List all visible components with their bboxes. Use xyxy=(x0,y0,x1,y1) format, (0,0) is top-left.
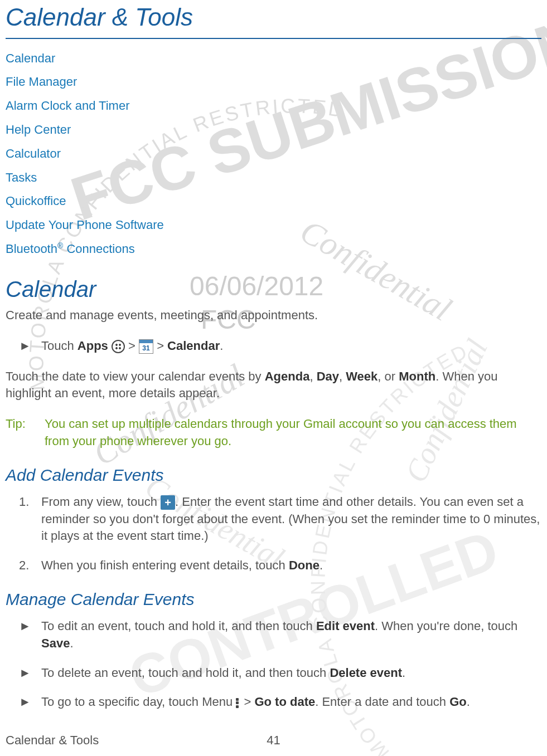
arrow-marker: ► xyxy=(19,338,41,355)
num-1: 1. xyxy=(19,494,41,511)
arrow-marker-m3: ► xyxy=(19,694,41,711)
calendar-description: Create and manage events, meetings, and … xyxy=(6,307,541,324)
toc-link-calendar[interactable]: Calendar xyxy=(6,50,541,67)
toc-link-help-center[interactable]: Help Center xyxy=(6,121,541,139)
delete-event-label: Delete event xyxy=(330,666,402,680)
toc-link-update[interactable]: Update Your Phone Software xyxy=(6,217,541,234)
view-paragraph: Touch the date to view your calendar eve… xyxy=(6,368,541,403)
text-touch: Touch xyxy=(41,339,78,353)
apps-grid-icon xyxy=(112,340,125,353)
bt-sup: ® xyxy=(57,241,63,250)
table-of-contents: Calendar File Manager Alarm Clock and Ti… xyxy=(6,50,541,258)
go-label: Go xyxy=(449,695,467,709)
bt-base: Bluetooth xyxy=(6,242,57,256)
a2-pre: When you finish entering event details, … xyxy=(41,558,289,572)
calendar-icon: 31 xyxy=(139,339,153,354)
m3-pre: To go to a specific day, touch Menu xyxy=(41,695,236,709)
period-3: . xyxy=(70,636,73,650)
m2-pre: To delete an event, touch and hold it, a… xyxy=(41,666,330,680)
a1-pre: From any view, touch xyxy=(41,495,161,509)
manage-step-3: ► To go to a specific day, touch Menu > … xyxy=(6,694,541,711)
vp1: Touch the date to view your calendar eve… xyxy=(6,369,265,383)
m3-mid: . Enter a date and touch xyxy=(315,695,449,709)
save-label: Save xyxy=(41,636,70,650)
toc-link-calculator[interactable]: Calculator xyxy=(6,145,541,163)
page-footer: Calendar & Tools 41 xyxy=(6,732,541,749)
page-number: 41 xyxy=(267,732,280,749)
period-2: . xyxy=(320,558,323,572)
period-1: . xyxy=(220,339,223,353)
add-steps: 1. From any view, touch +. Enter the eve… xyxy=(6,494,541,574)
calendar-icon-num: 31 xyxy=(142,345,149,352)
done-label: Done xyxy=(289,558,320,572)
toc-link-alarm[interactable]: Alarm Clock and Timer xyxy=(6,97,541,115)
manage-step-1: ► To edit an event, touch and hold it, a… xyxy=(6,618,541,652)
m1-pre: To edit an event, touch and hold it, and… xyxy=(41,619,316,633)
launch-step-1: ► Touch Apps > 31 > Calendar. xyxy=(6,338,541,355)
page-title: Calendar & Tools xyxy=(6,0,541,39)
goto-date-label: Go to date xyxy=(254,695,315,709)
toc-link-tasks[interactable]: Tasks xyxy=(6,169,541,187)
section-heading-calendar: Calendar xyxy=(6,274,541,305)
tip-body: You can set up multiple calendars throug… xyxy=(45,416,541,450)
manage-step-2: ► To delete an event, touch and hold it,… xyxy=(6,665,541,682)
m1-mid: . When you're done, touch xyxy=(375,619,517,633)
toc-link-quickoffice[interactable]: Quickoffice xyxy=(6,193,541,210)
arrow-marker-m1: ► xyxy=(19,618,41,635)
c1: , xyxy=(309,369,316,383)
month-label: Month xyxy=(399,369,435,383)
subsection-manage-events: Manage Calendar Events xyxy=(6,588,541,611)
edit-event-label: Edit event xyxy=(316,619,375,633)
c3: , or xyxy=(377,369,399,383)
agenda-label: Agenda xyxy=(265,369,310,383)
day-label: Day xyxy=(317,369,339,383)
gt-1: > xyxy=(125,339,139,353)
toc-link-file-manager[interactable]: File Manager xyxy=(6,74,541,91)
calendar-label: Calendar xyxy=(167,339,220,353)
m3-gt: > xyxy=(240,695,254,709)
footer-section-name: Calendar & Tools xyxy=(6,732,99,749)
num-2: 2. xyxy=(19,557,41,574)
add-step-1: 1. From any view, touch +. Enter the eve… xyxy=(6,494,541,545)
launch-steps: ► Touch Apps > 31 > Calendar. xyxy=(6,338,541,355)
add-step-2: 2. When you finish entering event detail… xyxy=(6,557,541,574)
arrow-marker-m2: ► xyxy=(19,665,41,682)
period-4: . xyxy=(402,666,405,680)
bt-suffix: Connections xyxy=(63,242,134,256)
tip-label: Tip: xyxy=(6,416,45,450)
c2: , xyxy=(339,369,346,383)
apps-label: Apps xyxy=(78,339,108,353)
toc-link-bluetooth[interactable]: Bluetooth® Connections xyxy=(6,241,541,258)
tip-block: Tip: You can set up multiple calendars t… xyxy=(6,416,541,450)
period-5: . xyxy=(467,695,470,709)
manage-steps: ► To edit an event, touch and hold it, a… xyxy=(6,618,541,711)
gt-2: > xyxy=(153,339,167,353)
subsection-add-events: Add Calendar Events xyxy=(6,464,541,487)
plus-icon: + xyxy=(161,495,175,510)
week-label: Week xyxy=(346,369,377,383)
